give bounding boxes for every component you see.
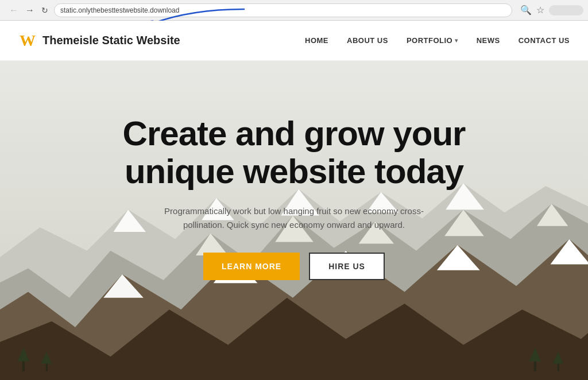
browser-nav-buttons: ← → ↻: [7, 4, 51, 17]
chevron-down-icon: ▾: [455, 37, 458, 44]
zoom-button[interactable]: 🔍: [520, 5, 532, 15]
nav-about-us[interactable]: ABOUT US: [347, 36, 388, 45]
site-logo[interactable]: W Themeisle Static Website: [18, 32, 180, 50]
hero-section: Create and grow your unique website toda…: [0, 61, 588, 380]
address-bar[interactable]: static.onlythebesttestwebsite.download: [54, 3, 512, 17]
nav-portfolio[interactable]: PORTFOLIO ▾: [407, 36, 458, 45]
forward-button[interactable]: →: [23, 4, 37, 17]
nav-contact-us[interactable]: CONTACT US: [519, 36, 570, 45]
hire-us-button[interactable]: HIRE US: [309, 253, 385, 280]
back-button[interactable]: ←: [7, 4, 21, 17]
refresh-button[interactable]: ↻: [39, 5, 51, 16]
site-nav: HOME ABOUT US PORTFOLIO ▾ NEWS CONTACT U…: [305, 36, 570, 45]
browser-chrome: ← → ↻ static.onlythebesttestwebsite.down…: [0, 0, 588, 21]
bookmark-button[interactable]: ☆: [536, 5, 544, 15]
nav-news[interactable]: NEWS: [477, 36, 500, 45]
hero-subtitle: Programmatically work but low hanging fr…: [150, 204, 438, 232]
nav-home[interactable]: HOME: [305, 36, 328, 45]
website-content: W Themeisle Static Website HOME ABOUT US…: [0, 21, 588, 380]
hero-content: Create and grow your unique website toda…: [111, 103, 477, 292]
url-text: static.onlythebesttestwebsite.download: [60, 6, 179, 14]
profile-pill[interactable]: [549, 5, 583, 15]
hero-title: Create and grow your unique website toda…: [123, 115, 466, 191]
logo-letter: W: [20, 32, 36, 50]
browser-actions: 🔍 ☆: [520, 5, 583, 15]
logo-icon: W: [18, 32, 37, 50]
site-header: W Themeisle Static Website HOME ABOUT US…: [0, 21, 588, 61]
hero-buttons: LEARN MORE HIRE US: [123, 253, 466, 280]
learn-more-button[interactable]: LEARN MORE: [203, 253, 300, 280]
site-name: Themeisle Static Website: [42, 34, 180, 47]
